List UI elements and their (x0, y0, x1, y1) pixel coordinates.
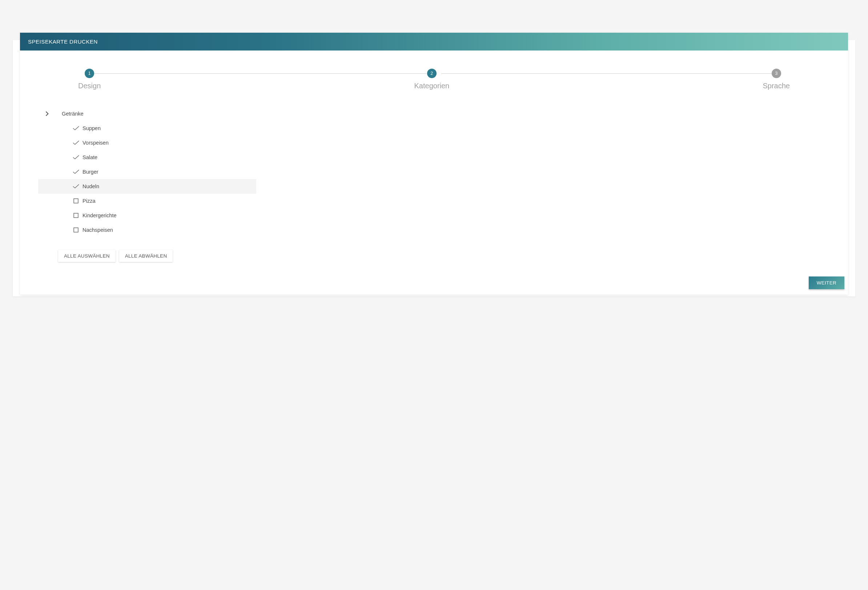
category-item-label: Vorspeisen (83, 140, 109, 146)
step-number: 2 (431, 71, 433, 76)
step-design[interactable]: 1 Design (78, 69, 101, 90)
category-list: Getränke SuppenVorspeisenSalateBurgerNud… (38, 106, 256, 237)
deselect-all-button[interactable]: ALLE ABWÄHLEN (119, 250, 173, 262)
chevron-right-icon (44, 111, 51, 116)
check-icon (71, 169, 81, 174)
main-card: SPEISEKARTE DRUCKEN 1 Design 2 Kategorie… (20, 33, 848, 295)
category-item[interactable]: Nachspeisen (38, 223, 256, 237)
check-icon (71, 140, 81, 145)
step-label: Design (78, 82, 101, 90)
category-item-label: Nachspeisen (83, 227, 113, 233)
next-button[interactable]: WEITER (809, 276, 844, 289)
category-item[interactable]: Salate (38, 150, 256, 165)
checkbox-empty-icon (71, 213, 81, 218)
category-item[interactable]: Kindergerichte (38, 208, 256, 223)
stepper: 1 Design 2 Kategorien 3 Sprache (38, 69, 830, 90)
step-kategorien[interactable]: 2 Kategorien (414, 69, 450, 90)
card-title: SPEISEKARTE DRUCKEN (28, 38, 98, 45)
bulk-actions: ALLE AUSWÄHLEN ALLE ABWÄHLEN (58, 250, 830, 262)
category-item[interactable]: Nudeln (38, 179, 256, 194)
stepper-line (441, 74, 775, 74)
category-item[interactable]: Burger (38, 165, 256, 179)
category-item[interactable]: Pizza (38, 194, 256, 208)
checkbox-empty-icon (71, 198, 81, 204)
svg-rect-1 (74, 213, 78, 218)
checkbox-empty-icon (71, 227, 81, 233)
check-icon (71, 126, 81, 131)
category-item-label: Suppen (83, 125, 101, 131)
category-item[interactable]: Vorspeisen (38, 136, 256, 150)
step-circle: 3 (772, 69, 781, 78)
category-parent-getraenke[interactable]: Getränke (38, 106, 256, 121)
select-all-button[interactable]: ALLE AUSWÄHLEN (58, 250, 115, 262)
card-footer: WEITER (20, 276, 848, 295)
stepper-line (93, 74, 427, 74)
category-item[interactable]: Suppen (38, 121, 256, 136)
check-icon (71, 155, 81, 160)
category-item-label: Pizza (83, 198, 95, 204)
step-label: Sprache (763, 82, 790, 90)
step-circle: 1 (85, 69, 94, 78)
category-item-label: Kindergerichte (83, 212, 117, 218)
svg-rect-0 (74, 199, 78, 203)
category-label: Getränke (62, 111, 84, 117)
category-item-label: Nudeln (83, 183, 99, 189)
check-icon (71, 184, 81, 189)
category-item-label: Burger (83, 169, 99, 175)
step-number: 3 (775, 71, 778, 76)
svg-rect-2 (74, 228, 78, 232)
category-item-label: Salate (83, 154, 97, 160)
card-header: SPEISEKARTE DRUCKEN (20, 33, 848, 50)
card-content: 1 Design 2 Kategorien 3 Sprache (20, 50, 848, 276)
step-label: Kategorien (414, 82, 450, 90)
step-number: 1 (88, 71, 91, 76)
step-sprache[interactable]: 3 Sprache (763, 69, 790, 90)
step-circle: 2 (427, 69, 437, 78)
